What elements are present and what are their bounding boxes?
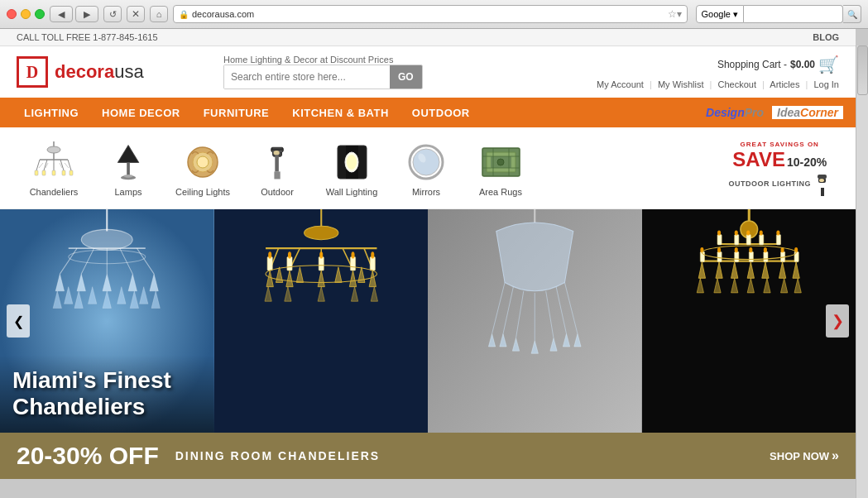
lamps-icon-area: [99, 139, 157, 184]
my-account-link[interactable]: My Account: [597, 79, 644, 89]
svg-line-14: [39, 163, 43, 168]
crystal-chandelier-2-bg: [214, 209, 429, 433]
logo-text: decorausa: [55, 61, 144, 83]
account-links: My Account | My Wishlist | Checkout | Ar…: [597, 79, 839, 89]
svg-rect-86: [286, 256, 291, 271]
svg-point-54: [81, 229, 132, 250]
svg-point-38: [413, 149, 439, 175]
shopping-cart[interactable]: Shopping Cart - $0.00 🛒: [717, 55, 839, 74]
sale-product: OUTDOOR LIGHTING: [729, 171, 832, 196]
website: CALL TOLL FREE 1-877-845-1615 BLOG D dec…: [0, 29, 856, 479]
svg-point-136: [717, 230, 720, 235]
cart-amount: $0.00: [790, 59, 815, 70]
search-engine-label: Google: [702, 9, 731, 19]
category-outdoor[interactable]: Outdoor: [240, 136, 314, 200]
mirrors-icon: [404, 141, 449, 183]
scrollbar-thumb[interactable]: [857, 45, 868, 95]
idea-corner-logo[interactable]: IdeaCorner: [772, 106, 843, 119]
site-search-box[interactable]: GO: [223, 65, 423, 89]
browser-search-bar: Google ▾ 🔍: [696, 5, 861, 23]
svg-rect-10: [42, 170, 46, 175]
corner-text: Corner: [800, 106, 838, 119]
bottom-banner: 20-30% OFF DINING ROOM CHANDELIERS SHOP …: [0, 433, 856, 479]
svg-rect-26: [274, 171, 280, 179]
title-bar: ◀ ▶ ↺ ✕ ⌂ 🔒 decorausa.com ☆▾ Google ▾ 🔍: [0, 0, 868, 28]
category-lamps[interactable]: Lamps: [91, 136, 165, 200]
category-area-rugs[interactable]: Area Rugs: [463, 136, 538, 200]
svg-rect-76: [214, 209, 429, 433]
reload-button[interactable]: ↺: [103, 6, 122, 22]
articles-link[interactable]: Articles: [770, 79, 799, 89]
svg-rect-132: [734, 235, 738, 245]
save-amount-area: SAVE 10-20%: [732, 148, 827, 171]
outdoor-icon-area: [248, 139, 306, 184]
home-button[interactable]: ⌂: [150, 6, 168, 22]
site-tagline: Home Lighting & Decor at Discount Prices: [223, 55, 423, 65]
traffic-lights: [7, 9, 45, 19]
category-ceiling[interactable]: Ceiling Lights: [165, 136, 240, 200]
outdoor-icon: [259, 141, 296, 183]
svg-point-94: [371, 251, 374, 258]
logo-box: D: [17, 56, 48, 88]
checkout-link[interactable]: Checkout: [718, 79, 756, 89]
minimize-button[interactable]: [21, 9, 31, 19]
log-in-link[interactable]: Log In: [813, 79, 839, 89]
hero-panel-1: Miami's Finest Chandeliers ❮: [0, 209, 214, 433]
nav-outdoor[interactable]: OUTDOOR: [400, 98, 482, 127]
design-pro-logo[interactable]: DesignPro: [706, 106, 764, 119]
svg-point-138: [746, 230, 750, 235]
chandelier-label: Chandeliers: [30, 187, 79, 197]
my-wishlist-link[interactable]: My Wishlist: [658, 79, 704, 89]
cart-label: Shopping Cart -: [717, 59, 787, 70]
nav-buttons: ◀ ▶: [50, 6, 98, 22]
svg-point-78: [304, 226, 338, 240]
category-mirrors[interactable]: Mirrors: [389, 136, 463, 200]
lamps-icon: [110, 141, 147, 183]
site-search-button[interactable]: GO: [390, 65, 422, 89]
sale-banner[interactable]: GREAT SAVINGS ON SAVE 10-20% OUTDOOR LIG…: [721, 137, 840, 199]
stop-button[interactable]: ✕: [127, 6, 145, 22]
bookmark-icon[interactable]: ☆▾: [668, 8, 682, 20]
mirrors-icon-area: [397, 139, 455, 184]
nav-lighting[interactable]: LIGHTING: [12, 98, 90, 127]
save-word: SAVE: [732, 148, 785, 171]
maximize-button[interactable]: [35, 9, 45, 19]
address-bar[interactable]: 🔒 decorausa.com ☆▾: [173, 5, 688, 23]
nav-home-decor[interactable]: HOME DECOR: [90, 98, 192, 127]
scrollbar[interactable]: [856, 45, 868, 498]
wall-icon-area: [323, 139, 381, 184]
search-engine-dropdown-icon[interactable]: ▾: [733, 9, 738, 20]
site-search-input[interactable]: [224, 65, 390, 89]
browser-search-go[interactable]: 🔍: [843, 5, 861, 23]
hero-next-button[interactable]: ❯: [826, 304, 849, 338]
hero-panel-2: [214, 209, 429, 433]
svg-point-36: [347, 155, 357, 170]
logo-area[interactable]: D decorausa: [17, 56, 199, 88]
main-nav: LIGHTING HOME DECOR FURNITURE KITCHEN & …: [0, 98, 856, 127]
wall-lighting-label: Wall Lighting: [326, 187, 378, 197]
browser-search-input[interactable]: [744, 5, 843, 23]
crystal-chandelier-4-bg: [642, 209, 856, 433]
area-rugs-icon: [478, 141, 524, 183]
outdoor-label: Outdoor: [261, 187, 294, 197]
svg-rect-20: [127, 162, 130, 175]
svg-rect-85: [267, 256, 272, 271]
nav-kitchen-bath[interactable]: KITCHEN & BATH: [281, 98, 400, 127]
category-wall-lighting[interactable]: Wall Lighting: [314, 136, 389, 200]
svg-rect-13: [70, 170, 73, 175]
nav-furniture[interactable]: FURNITURE: [192, 98, 281, 127]
blog-link[interactable]: BLOG: [813, 32, 839, 42]
svg-rect-134: [759, 235, 763, 245]
idea-text: Idea: [777, 106, 800, 119]
shop-now-button[interactable]: SHOP NOW »: [770, 448, 839, 463]
svg-point-152: [763, 247, 766, 252]
svg-rect-142: [717, 251, 721, 261]
close-button[interactable]: [7, 9, 17, 19]
category-chandeliers[interactable]: Chandeliers: [17, 136, 91, 200]
back-button[interactable]: ◀: [50, 6, 73, 22]
forward-button[interactable]: ▶: [75, 6, 98, 22]
search-engine-selector[interactable]: Google ▾: [696, 5, 744, 23]
hero-prev-button[interactable]: ❮: [7, 304, 30, 338]
lamp-post-icon: [814, 171, 831, 196]
hero-carousel: Miami's Finest Chandeliers ❮: [0, 209, 856, 433]
